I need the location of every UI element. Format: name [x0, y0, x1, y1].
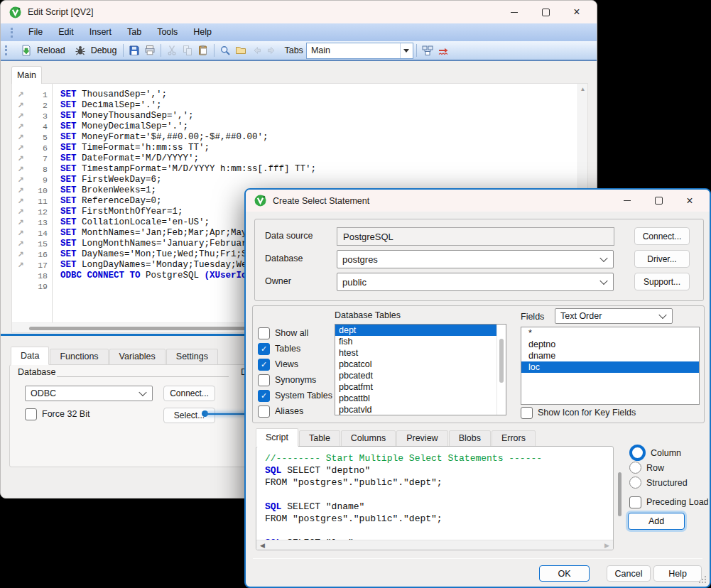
paste-button[interactable] — [197, 45, 209, 56]
preceding-load-checkbox[interactable]: Preceding Load — [629, 494, 709, 510]
fields-list[interactable]: *deptnodnameloc — [521, 327, 700, 405]
create-select-statement-dialog: Create Select Statement × Data source Po… — [244, 188, 711, 588]
maximize-button[interactable] — [530, 1, 561, 23]
tab-script[interactable]: Script — [256, 428, 298, 447]
syntax-check-button[interactable] — [438, 45, 449, 56]
scrollbar-thumb[interactable] — [499, 339, 504, 383]
database-tables-list[interactable]: deptfishhtestpbcatcolpbcatedtpbcatfmtpbc… — [335, 324, 506, 415]
copy-button[interactable] — [182, 45, 193, 56]
tab-functions[interactable]: Functions — [50, 349, 108, 365]
table-list-item[interactable]: pbcatvld — [335, 404, 506, 415]
table-list-item[interactable]: fish — [335, 336, 506, 347]
menu-help[interactable]: Help — [185, 23, 219, 41]
table-list-item[interactable]: pbcatcol — [335, 359, 506, 370]
menu-insert[interactable]: Insert — [82, 23, 119, 41]
checkbox-aliases[interactable]: Aliases — [258, 403, 332, 419]
table-list-item[interactable]: htest — [335, 347, 506, 359]
desktop: { "colors":{"accent":"#1473c5","selectio… — [0, 0, 711, 588]
scroll-up-icon[interactable]: ▲ — [578, 84, 587, 95]
tab-main[interactable]: Main — [11, 66, 42, 84]
field-list-item[interactable]: deptno — [521, 339, 699, 350]
back-button[interactable] — [251, 45, 262, 56]
radio-label: Row — [646, 463, 664, 473]
checkbox-synonyms[interactable]: Synonyms — [258, 372, 332, 388]
field-list-item[interactable]: dname — [521, 350, 699, 361]
debug-button[interactable]: Debug — [69, 43, 121, 58]
code-segment: SET — [60, 185, 82, 195]
back-icon — [251, 45, 262, 56]
tab-blobs[interactable]: Blobs — [449, 430, 491, 447]
chevron-down-icon[interactable] — [400, 43, 413, 58]
connect-button[interactable]: Connect... — [163, 386, 215, 401]
add-button[interactable]: Add — [628, 513, 685, 530]
checkbox-tables[interactable]: ✓Tables — [258, 341, 332, 356]
table-list-item[interactable]: dept — [335, 325, 506, 336]
tab-table[interactable]: Table — [299, 430, 340, 447]
reload-button[interactable]: Reload — [15, 43, 69, 58]
cancel-button[interactable]: Cancel — [607, 565, 651, 582]
owner-combobox[interactable]: public — [337, 273, 614, 291]
dialog-connect-button[interactable]: Connect... — [634, 227, 690, 245]
checkbox-views[interactable]: ✓Views — [258, 356, 332, 372]
minimize-button[interactable] — [499, 1, 530, 23]
force-32-bit-checkbox[interactable]: Force 32 Bit — [25, 406, 89, 422]
find-icon — [219, 45, 231, 56]
folder-button[interactable] — [235, 45, 246, 56]
script-preview[interactable]: //-------- Start Multiple Select Stateme… — [256, 446, 614, 550]
preview-horizontal-scrollbar[interactable]: ◀ ▶ — [256, 540, 613, 550]
code-segment: SET — [60, 143, 82, 153]
checkbox-show-all[interactable]: Show all — [258, 325, 332, 341]
tab-preview[interactable]: Preview — [396, 430, 447, 447]
forward-button[interactable] — [266, 45, 278, 56]
table-viewer-button[interactable] — [422, 45, 433, 56]
tab-errors[interactable]: Errors — [492, 430, 536, 447]
tab-settings[interactable]: Settings — [166, 349, 218, 365]
radio-structured[interactable]: Structured — [629, 475, 688, 490]
code-segment: TimeFormat='h:mm:ss TT'; — [82, 143, 210, 153]
table-list-item[interactable]: pbcatfmt — [335, 381, 506, 393]
tab-variables[interactable]: Variables — [109, 349, 165, 365]
field-order-combobox[interactable]: Text Order — [555, 308, 673, 324]
close-button[interactable]: × — [674, 190, 705, 212]
minimize-button[interactable] — [612, 190, 643, 212]
tab-data[interactable]: Data — [11, 347, 49, 365]
show-key-icon-checkbox[interactable]: Show Icon for Key Fields — [521, 405, 636, 420]
find-button[interactable] — [219, 45, 231, 56]
driver-button[interactable]: Driver... — [634, 250, 690, 268]
radio-row[interactable]: Row — [629, 460, 688, 475]
cut-button[interactable] — [166, 45, 178, 56]
save-button[interactable] — [129, 45, 140, 56]
fields-label: Fields — [521, 312, 544, 322]
code-segment: SET — [60, 153, 82, 163]
menu-file[interactable]: File — [21, 23, 50, 41]
field-list-item[interactable]: * — [521, 327, 699, 339]
menu-tools[interactable]: Tools — [149, 23, 185, 41]
database-combobox[interactable]: postgres — [337, 250, 614, 268]
field-list-item[interactable]: loc — [521, 361, 699, 373]
table-list-item[interactable]: pbcatedt — [335, 370, 506, 381]
menu-tab[interactable]: Tab — [119, 23, 149, 41]
scroll-right-icon[interactable]: ▶ — [604, 541, 609, 550]
menu-edit[interactable]: Edit — [50, 23, 82, 41]
radio-column[interactable]: Column — [629, 445, 688, 460]
goto-arrow-icon: ↗ — [12, 207, 29, 217]
checkbox-system-tables[interactable]: ✓System Tables — [258, 388, 332, 403]
line-number: 1 — [29, 89, 52, 100]
close-button[interactable]: × — [561, 1, 592, 23]
database-source-combobox[interactable]: ODBC — [25, 386, 153, 401]
ok-button[interactable]: OK — [539, 565, 590, 582]
preview-vertical-scrollbar[interactable] — [618, 472, 622, 516]
maximize-icon — [542, 9, 550, 16]
table-list-item[interactable]: pbcattbl — [335, 393, 506, 404]
scroll-left-icon[interactable]: ◀ — [260, 541, 265, 550]
help-button[interactable]: Help — [653, 565, 702, 582]
maximize-button[interactable] — [643, 190, 674, 212]
support-button[interactable]: Support... — [634, 273, 690, 290]
toolbar-drag-handle[interactable] — [5, 45, 9, 55]
print-button[interactable] — [144, 45, 156, 56]
tab-columns[interactable]: Columns — [341, 430, 396, 447]
tabs-combobox[interactable]: Main — [306, 43, 413, 59]
menu-drag-handle[interactable] — [11, 28, 15, 38]
tables-scrollbar[interactable] — [496, 325, 506, 415]
minimize-icon — [624, 200, 631, 201]
